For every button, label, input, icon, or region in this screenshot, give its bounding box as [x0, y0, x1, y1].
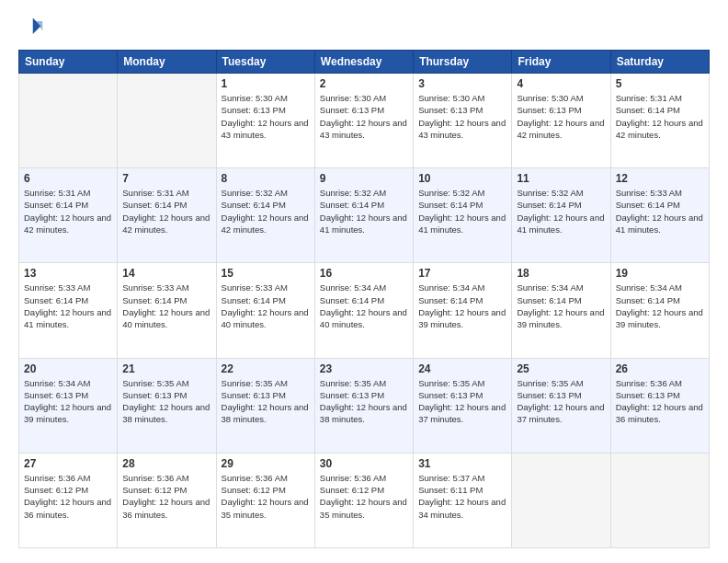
day-number: 4 [517, 77, 605, 90]
empty-cell [19, 74, 118, 168]
day-number: 5 [616, 77, 704, 90]
logo [18, 15, 48, 40]
day-info: Sunrise: 5:35 AMSunset: 6:13 PMDaylight:… [418, 377, 506, 426]
day-cell-31: 31Sunrise: 5:37 AMSunset: 6:11 PMDayligh… [414, 453, 512, 547]
day-number: 18 [517, 267, 605, 280]
empty-cell [512, 453, 610, 547]
week-row-4: 20Sunrise: 5:34 AMSunset: 6:13 PMDayligh… [19, 358, 710, 453]
day-info: Sunrise: 5:36 AMSunset: 6:12 PMDaylight:… [24, 472, 112, 521]
week-row-3: 13Sunrise: 5:33 AMSunset: 6:14 PMDayligh… [19, 263, 710, 358]
week-row-5: 27Sunrise: 5:36 AMSunset: 6:12 PMDayligh… [19, 453, 710, 547]
day-cell-5: 5Sunrise: 5:31 AMSunset: 6:14 PMDaylight… [610, 74, 709, 168]
day-info: Sunrise: 5:36 AMSunset: 6:12 PMDaylight:… [222, 472, 310, 521]
day-cell-7: 7Sunrise: 5:31 AMSunset: 6:14 PMDaylight… [118, 168, 216, 263]
day-info: Sunrise: 5:31 AMSunset: 6:14 PMDaylight:… [24, 187, 112, 236]
week-row-1: 1Sunrise: 5:30 AMSunset: 6:13 PMDaylight… [19, 74, 710, 168]
day-number: 17 [418, 267, 506, 280]
logo-icon [18, 15, 44, 40]
day-number: 1 [222, 77, 310, 90]
day-info: Sunrise: 5:32 AMSunset: 6:14 PMDaylight:… [418, 187, 506, 236]
day-cell-25: 25Sunrise: 5:35 AMSunset: 6:13 PMDayligh… [512, 358, 610, 453]
day-number: 13 [24, 267, 112, 280]
day-info: Sunrise: 5:30 AMSunset: 6:13 PMDaylight:… [320, 92, 408, 141]
day-header-wednesday: Wednesday [314, 51, 413, 74]
day-info: Sunrise: 5:32 AMSunset: 6:14 PMDaylight:… [320, 187, 408, 236]
day-header-sunday: Sunday [19, 51, 118, 74]
day-cell-15: 15Sunrise: 5:33 AMSunset: 6:14 PMDayligh… [216, 263, 314, 358]
day-info: Sunrise: 5:31 AMSunset: 6:14 PMDaylight:… [616, 92, 704, 141]
empty-cell [610, 453, 709, 547]
empty-cell [118, 74, 216, 168]
day-header-thursday: Thursday [414, 51, 512, 74]
day-number: 30 [320, 457, 408, 470]
day-cell-2: 2Sunrise: 5:30 AMSunset: 6:13 PMDaylight… [314, 74, 413, 168]
day-info: Sunrise: 5:34 AMSunset: 6:14 PMDaylight:… [418, 282, 506, 330]
day-number: 10 [418, 172, 506, 185]
day-info: Sunrise: 5:35 AMSunset: 6:13 PMDaylight:… [222, 377, 310, 426]
day-number: 29 [222, 457, 310, 470]
day-cell-10: 10Sunrise: 5:32 AMSunset: 6:14 PMDayligh… [414, 168, 512, 263]
day-cell-22: 22Sunrise: 5:35 AMSunset: 6:13 PMDayligh… [216, 358, 314, 453]
day-info: Sunrise: 5:30 AMSunset: 6:13 PMDaylight:… [517, 92, 605, 141]
day-info: Sunrise: 5:34 AMSunset: 6:13 PMDaylight:… [24, 377, 112, 426]
day-cell-20: 20Sunrise: 5:34 AMSunset: 6:13 PMDayligh… [19, 358, 118, 453]
day-header-friday: Friday [512, 51, 610, 74]
day-info: Sunrise: 5:32 AMSunset: 6:14 PMDaylight:… [517, 187, 605, 236]
day-cell-29: 29Sunrise: 5:36 AMSunset: 6:12 PMDayligh… [216, 453, 314, 547]
day-cell-11: 11Sunrise: 5:32 AMSunset: 6:14 PMDayligh… [512, 168, 610, 263]
day-number: 24 [418, 362, 506, 375]
day-cell-30: 30Sunrise: 5:36 AMSunset: 6:12 PMDayligh… [314, 453, 413, 547]
day-info: Sunrise: 5:34 AMSunset: 6:14 PMDaylight:… [320, 282, 408, 330]
day-number: 8 [222, 172, 310, 185]
day-number: 25 [517, 362, 605, 375]
day-info: Sunrise: 5:34 AMSunset: 6:14 PMDaylight:… [616, 282, 704, 330]
day-cell-19: 19Sunrise: 5:34 AMSunset: 6:14 PMDayligh… [610, 263, 709, 358]
day-number: 2 [320, 77, 408, 90]
day-number: 15 [222, 267, 310, 280]
day-info: Sunrise: 5:31 AMSunset: 6:14 PMDaylight:… [122, 187, 210, 236]
calendar-table: SundayMondayTuesdayWednesdayThursdayFrid… [18, 50, 710, 548]
day-number: 23 [320, 362, 408, 375]
day-cell-14: 14Sunrise: 5:33 AMSunset: 6:14 PMDayligh… [118, 263, 216, 358]
day-cell-4: 4Sunrise: 5:30 AMSunset: 6:13 PMDaylight… [512, 74, 610, 168]
day-cell-17: 17Sunrise: 5:34 AMSunset: 6:14 PMDayligh… [414, 263, 512, 358]
day-cell-27: 27Sunrise: 5:36 AMSunset: 6:12 PMDayligh… [19, 453, 118, 547]
day-number: 31 [418, 457, 506, 470]
day-cell-26: 26Sunrise: 5:36 AMSunset: 6:13 PMDayligh… [610, 358, 709, 453]
day-info: Sunrise: 5:30 AMSunset: 6:13 PMDaylight:… [418, 92, 506, 141]
day-cell-13: 13Sunrise: 5:33 AMSunset: 6:14 PMDayligh… [19, 263, 118, 358]
day-number: 3 [418, 77, 506, 90]
day-cell-8: 8Sunrise: 5:32 AMSunset: 6:14 PMDaylight… [216, 168, 314, 263]
day-info: Sunrise: 5:30 AMSunset: 6:13 PMDaylight:… [222, 92, 310, 141]
day-info: Sunrise: 5:33 AMSunset: 6:14 PMDaylight:… [122, 282, 210, 330]
day-number: 9 [320, 172, 408, 185]
day-info: Sunrise: 5:32 AMSunset: 6:14 PMDaylight:… [222, 187, 310, 236]
day-number: 16 [320, 267, 408, 280]
header [18, 15, 710, 40]
day-info: Sunrise: 5:35 AMSunset: 6:13 PMDaylight:… [320, 377, 408, 426]
calendar-header-row: SundayMondayTuesdayWednesdayThursdayFrid… [19, 51, 710, 74]
day-number: 20 [24, 362, 112, 375]
day-info: Sunrise: 5:33 AMSunset: 6:14 PMDaylight:… [616, 187, 704, 236]
day-number: 14 [122, 267, 210, 280]
day-info: Sunrise: 5:36 AMSunset: 6:13 PMDaylight:… [616, 377, 704, 426]
day-cell-24: 24Sunrise: 5:35 AMSunset: 6:13 PMDayligh… [414, 358, 512, 453]
day-cell-16: 16Sunrise: 5:34 AMSunset: 6:14 PMDayligh… [314, 263, 413, 358]
day-info: Sunrise: 5:37 AMSunset: 6:11 PMDaylight:… [418, 472, 506, 521]
day-cell-23: 23Sunrise: 5:35 AMSunset: 6:13 PMDayligh… [314, 358, 413, 453]
day-info: Sunrise: 5:36 AMSunset: 6:12 PMDaylight:… [122, 472, 210, 521]
day-info: Sunrise: 5:35 AMSunset: 6:13 PMDaylight:… [517, 377, 605, 426]
day-cell-9: 9Sunrise: 5:32 AMSunset: 6:14 PMDaylight… [314, 168, 413, 263]
day-cell-21: 21Sunrise: 5:35 AMSunset: 6:13 PMDayligh… [118, 358, 216, 453]
day-number: 7 [122, 172, 210, 185]
day-info: Sunrise: 5:34 AMSunset: 6:14 PMDaylight:… [517, 282, 605, 330]
page: SundayMondayTuesdayWednesdayThursdayFrid… [0, 0, 728, 563]
day-info: Sunrise: 5:35 AMSunset: 6:13 PMDaylight:… [122, 377, 210, 426]
day-header-saturday: Saturday [610, 51, 709, 74]
day-number: 6 [24, 172, 112, 185]
day-cell-1: 1Sunrise: 5:30 AMSunset: 6:13 PMDaylight… [216, 74, 314, 168]
day-info: Sunrise: 5:36 AMSunset: 6:12 PMDaylight:… [320, 472, 408, 521]
day-header-tuesday: Tuesday [216, 51, 314, 74]
day-number: 21 [122, 362, 210, 375]
day-cell-6: 6Sunrise: 5:31 AMSunset: 6:14 PMDaylight… [19, 168, 118, 263]
